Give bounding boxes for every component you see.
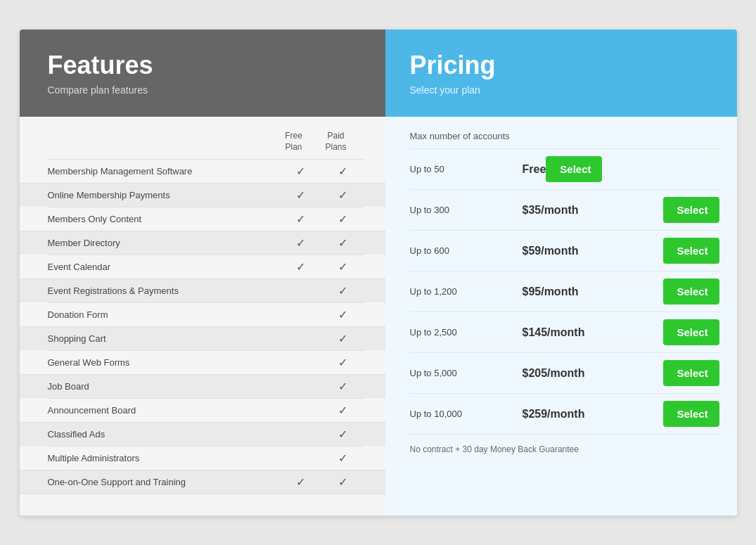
feature-row: Membership Management Software [48,159,364,183]
paid-check [322,165,364,178]
feature-name: Member Directory [48,238,280,248]
feature-name: Event Registrations & Payments [48,286,280,296]
pricing-subtitle: Select your plan [410,84,716,96]
feature-row: Members Only Content [48,207,364,231]
features-table: FreePlan PaidPlans Membership Management… [20,117,385,515]
select-button[interactable]: Select [663,197,719,223]
pricing-row: Up to 2,500$145/monthSelect [410,312,719,352]
pricing-table: Max number of accounts Up to 50FreeSelec… [385,117,737,472]
feature-row: Announcement Board [48,398,364,422]
feature-name: Multiple Administrators [48,453,280,463]
plan-price: $259/month [523,408,663,421]
select-button[interactable]: Select [663,319,719,345]
feature-name: Members Only Content [48,214,280,224]
free-check [280,236,322,250]
feature-name: One-on-One Support and Training [48,477,280,487]
free-check [280,475,322,489]
features-header: Features Compare plan features [20,30,385,117]
paid-check [322,475,364,489]
accounts-col-header: Max number of accounts [410,131,523,143]
paid-check [322,332,364,345]
plan-price: $95/month [523,286,663,298]
paid-check [322,451,364,465]
features-panel: Features Compare plan features FreePlan … [20,30,385,515]
features-list: Membership Management SoftwareOnline Mem… [48,159,364,494]
paid-check [322,260,364,274]
paid-check [322,380,364,393]
free-check [280,188,322,202]
main-container: Features Compare plan features FreePlan … [20,30,737,515]
pricing-list: Up to 50FreeSelectUp to 300$35/monthSele… [410,148,719,435]
plan-range: Up to 2,500 [410,327,523,338]
paid-check [322,284,364,297]
feature-name: Online Membership Payments [48,190,280,200]
paid-check [322,212,364,226]
feature-name: Shopping Cart [48,333,280,344]
pricing-row: Up to 50FreeSelect [410,148,719,189]
feature-name: Job Board [48,381,280,392]
feature-row: One-on-One Support and Training [20,470,385,494]
paid-check [322,428,364,441]
feature-name: Classified Ads [48,429,280,440]
pricing-row: Up to 1,200$95/monthSelect [410,271,719,312]
select-button[interactable]: Select [663,401,719,427]
free-plan-header: FreePlan [273,131,315,153]
features-subtitle: Compare plan features [48,84,364,96]
plan-range: Up to 10,000 [410,409,523,419]
select-button[interactable]: Select [663,360,719,386]
features-col-headers: FreePlan PaidPlans [48,131,364,153]
feature-name: Membership Management Software [48,166,280,177]
plan-price: $35/month [523,204,663,217]
feature-row: Multiple Administrators [48,446,364,470]
plan-range: Up to 1,200 [410,286,523,297]
paid-plans-header: PaidPlans [315,131,357,153]
feature-row: General Web Forms [48,350,364,374]
free-check [280,212,322,226]
plan-price: Free [523,163,546,176]
plan-range: Up to 50 [410,164,523,174]
pricing-title: Pricing [410,51,716,80]
pricing-header: Pricing Select your plan [385,30,737,117]
feature-row: Classified Ads [20,422,385,446]
feature-row: Shopping Cart [20,326,385,350]
plan-range: Up to 5,000 [410,368,523,378]
paid-check [322,356,364,369]
pricing-row: Up to 600$59/monthSelect [410,230,719,271]
paid-check [322,308,364,321]
paid-check [322,236,364,250]
select-button[interactable]: Select [663,278,719,304]
paid-check [322,404,364,417]
plan-price: $145/month [523,326,663,339]
free-check [280,165,322,178]
feature-row: Online Membership Payments [20,183,385,207]
feature-row: Donation Form [48,302,364,326]
feature-name: Event Calendar [48,262,280,272]
select-button[interactable]: Select [663,238,719,264]
feature-row: Job Board [20,374,385,398]
plan-range: Up to 300 [410,205,523,215]
features-title: Features [48,51,364,80]
plan-price: $59/month [523,245,663,257]
pricing-row: Up to 10,000$259/monthSelect [410,393,719,435]
pricing-panel: Pricing Select your plan Max number of a… [385,30,737,515]
select-button[interactable]: Select [546,156,602,182]
feature-row: Event Calendar [48,255,364,278]
feature-name: General Web Forms [48,357,280,368]
free-check [280,260,322,274]
pricing-row: Up to 300$35/monthSelect [410,189,719,230]
feature-row: Member Directory [20,231,385,255]
feature-name: Donation Form [48,309,280,320]
pricing-row: Up to 5,000$205/monthSelect [410,352,719,393]
plan-range: Up to 600 [410,245,523,256]
pricing-col-header-row: Max number of accounts [410,131,719,148]
feature-row: Event Registrations & Payments [20,278,385,302]
plan-price: $205/month [523,367,663,380]
paid-check [322,188,364,202]
guarantee-text: No contract + 30 day Money Back Guarante… [410,444,719,454]
feature-name: Announcement Board [48,405,280,416]
